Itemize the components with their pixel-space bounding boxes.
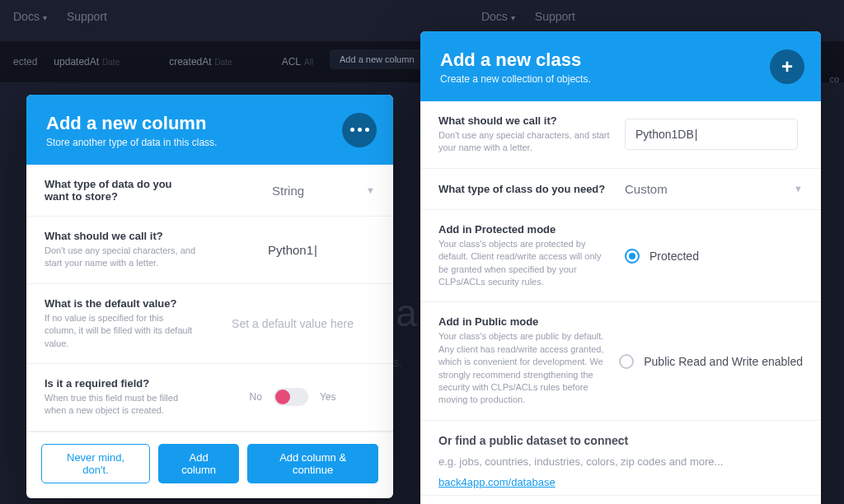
class-type-select[interactable]: Custom ▼ [625,182,803,196]
row-class-name: What should we call it? Don't use any sp… [420,101,821,169]
background-add-column: Add a new column [330,49,424,69]
row-required: Is it a required field? When true this f… [26,364,393,432]
hint-column-name: Don't use any special characters, and st… [45,245,197,270]
chevron-down-icon: ▼ [366,185,375,195]
add-button[interactable]: + [770,49,804,84]
chevron-down-icon: ▼ [794,184,803,194]
column-name-value: Python1 [268,243,317,257]
modal-footer: Cancel Create class Create class & add c… [420,495,821,504]
label-required: Is it a required field? [45,377,197,390]
label-column-name: What should we call it? [45,230,197,242]
modal-add-column: Add a new column Store another type of d… [26,95,393,498]
radio-protected-label: Protected [649,250,699,263]
nav-support: Support [67,10,107,23]
cancel-button[interactable]: Never mind, don't. [41,444,150,483]
label-protected: Add in Protected mode [438,223,612,236]
add-column-continue-button[interactable]: Add column & continue [247,444,378,483]
hint-class-name: Don't use any special characters, and st… [438,129,612,155]
row-default-value: What is the default value? If no value i… [26,284,393,364]
col-acl: ACLAll [282,56,313,68]
row-protected-mode: Add in Protected mode Your class's objec… [420,210,821,303]
default-value-input[interactable]: Set a default value here [210,317,375,330]
hint-protected: Your class's objects are protected by de… [438,238,612,289]
row-public-mode: Add in Public mode Your class's objects … [420,302,821,420]
class-name-input[interactable]: Python1DB [625,119,798,150]
label-class-type: What type of class do you need? [438,183,612,195]
background-right-col: co [829,74,839,84]
modal-title: Add a new class [440,49,801,71]
more-options-button[interactable] [342,113,377,147]
modal-add-class: Add a new class Create a new collection … [420,31,821,504]
nav-support-2: Support [535,10,575,23]
ellipsis-icon [350,128,369,132]
public-dataset-heading: Or find a public dataset to connect [438,434,803,447]
public-dataset-section: Or find a public dataset to connect e.g.… [420,421,821,495]
background-topbar: Docs▾ Support Docs▾ Support [0,0,844,33]
data-type-value: String [210,184,366,198]
public-dataset-example: e.g. jobs, countries, industries, colors… [438,455,803,468]
modal-subtitle: Create a new collection of objects. [440,73,801,85]
data-type-select[interactable]: String ▼ [210,184,375,198]
nav-docs: Docs▾ [13,10,47,23]
hint-public: Your class's objects are public by defau… [438,330,606,406]
public-dataset-link[interactable]: back4app.com/database [438,476,556,488]
required-toggle[interactable] [274,388,308,406]
modal-header: Add a new column Store another type of d… [26,95,393,165]
modal-header: Add a new class Create a new collection … [420,31,821,101]
plus-icon: + [781,57,793,77]
radio-protected[interactable]: Protected [625,249,699,264]
modal-subtitle: Store another type of data in this class… [46,137,373,148]
radio-public-label: Public Read and Write enabled [644,355,803,368]
toggle-no-label: No [250,391,262,403]
add-column-button[interactable]: Add column [158,444,239,483]
label-class-name: What should we call it? [438,114,612,127]
class-type-value: Custom [625,182,668,196]
col-createdat: createdAtDate [169,56,232,68]
column-name-input[interactable]: Python1 [210,243,375,257]
label-data-type: What type of data do you want to store? [45,178,197,203]
row-class-type: What type of class do you need? Custom ▼ [420,169,821,210]
modal-footer: Never mind, don't. Add column Add column… [26,432,393,498]
radio-icon [619,354,634,369]
nav-docs-2: Docs▾ [481,10,515,23]
class-name-value: Python1DB [635,128,697,141]
hint-default-value: If no value is specified for this column… [45,312,197,350]
label-public: Add in Public mode [438,315,606,328]
modal-title: Add a new column [46,113,373,134]
hint-required: When true this field must be filled when… [45,392,197,418]
row-data-type: What type of data do you want to store? … [26,165,393,217]
label-default-value: What is the default value? [45,297,197,310]
row-column-name: What should we call it? Don't use any sp… [26,217,393,284]
radio-icon [625,249,640,264]
col-updatedat: updatedAtDate [54,56,120,68]
filter-pill: ected [13,56,37,68]
toggle-knob [275,390,290,404]
radio-public[interactable]: Public Read and Write enabled [619,354,803,369]
toggle-yes-label: Yes [320,391,336,403]
